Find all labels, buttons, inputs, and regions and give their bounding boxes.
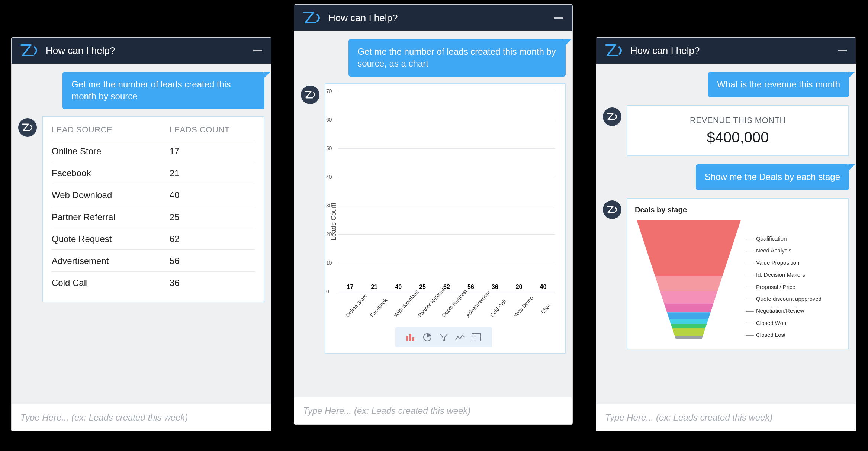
cell-count: 62 xyxy=(170,234,180,244)
cell-source: Web Download xyxy=(52,190,170,200)
message-input[interactable] xyxy=(303,406,563,416)
zia-logo-icon xyxy=(20,44,38,57)
table-row: Cold Call36 xyxy=(52,272,255,293)
input-area xyxy=(12,404,271,431)
message-input[interactable] xyxy=(605,412,847,423)
cell-source: Partner Referral xyxy=(52,212,170,222)
y-tick-label: 20 xyxy=(326,231,332,237)
bot-avatar-icon xyxy=(301,86,319,104)
panel-title: How can I help? xyxy=(46,45,246,57)
cell-source: Facebook xyxy=(52,168,170,178)
zia-logo-icon xyxy=(303,12,321,24)
panel-header: How can I help? xyxy=(596,38,856,64)
pie-chart-icon[interactable] xyxy=(421,331,434,344)
cell-count: 25 xyxy=(170,212,180,222)
funnel-title: Deals by stage xyxy=(635,206,841,214)
bot-avatar-icon xyxy=(18,118,37,137)
funnel-card: Deals by stage QualificationNeed Analysi… xyxy=(627,198,849,349)
cell-count: 21 xyxy=(170,168,180,178)
leads-table-card: LEAD SOURCE LEADS COUNT Online Store17Fa… xyxy=(42,116,264,302)
table-icon[interactable] xyxy=(470,331,483,344)
chat-panel-1: How can I help? Get me the number of lea… xyxy=(11,37,271,431)
svg-rect-0 xyxy=(406,336,408,341)
panel-title: How can I help? xyxy=(328,12,547,24)
funnel-chart: QualificationNeed AnalysisValue Proposit… xyxy=(635,218,841,341)
y-tick-label: 0 xyxy=(326,289,329,294)
user-message-row: Get me the number of leads created this … xyxy=(301,39,566,77)
bar-value-label: 40 xyxy=(540,284,547,290)
funnel-legend-item: Proposal / Price xyxy=(746,284,822,290)
funnel-segment xyxy=(660,291,717,303)
funnel-segment xyxy=(671,324,707,328)
minimize-button[interactable] xyxy=(554,17,563,19)
funnel-legend: QualificationNeed AnalysisValue Proposit… xyxy=(746,218,822,341)
funnel-legend-item: Closed Lost xyxy=(746,332,822,338)
user-message-row: Get me the number of leads created this … xyxy=(18,72,264,109)
funnel-segment xyxy=(675,336,703,339)
bar-value-label: 25 xyxy=(419,284,426,290)
funnel-legend-item: Closed Won xyxy=(746,320,822,326)
minimize-button[interactable] xyxy=(838,50,847,51)
bar-value-label: 40 xyxy=(395,284,402,290)
y-tick-label: 40 xyxy=(326,174,332,180)
funnel-chart-icon[interactable] xyxy=(437,331,450,344)
col-lead-source: LEAD SOURCE xyxy=(52,125,170,135)
y-tick-label: 70 xyxy=(326,88,332,94)
funnel-svg xyxy=(635,218,743,341)
bot-response-row: Leads Count 0102030405060701721402562563… xyxy=(301,83,566,354)
bot-avatar-icon xyxy=(603,200,621,219)
y-tick-label: 10 xyxy=(326,260,332,266)
funnel-segment xyxy=(669,319,708,324)
funnel-segment xyxy=(637,220,741,276)
y-tick-label: 60 xyxy=(326,117,332,123)
bar: 21 xyxy=(364,284,384,292)
panel-title: How can I help? xyxy=(630,45,830,57)
message-input[interactable] xyxy=(20,412,262,423)
revenue-value: $400,000 xyxy=(631,129,845,146)
cell-count: 36 xyxy=(170,278,180,288)
user-message-row: Show me the Deals by each stage xyxy=(603,164,849,190)
funnel-legend-item: Id. Decision Makers xyxy=(746,272,822,278)
funnel-segment xyxy=(664,303,714,312)
bar-value-label: 36 xyxy=(492,284,498,290)
revenue-card: REVENUE THIS MONTH $400,000 xyxy=(627,105,849,156)
bar: 40 xyxy=(388,284,408,292)
table-row: Advertisement56 xyxy=(52,250,255,272)
user-message: Get me the number of leads created this … xyxy=(348,39,566,77)
funnel-segment xyxy=(667,312,710,319)
funnel-legend-item: Need Analysis xyxy=(746,248,822,254)
cell-count: 56 xyxy=(170,256,180,266)
table-row: Web Download40 xyxy=(52,184,255,206)
minimize-button[interactable] xyxy=(253,50,262,51)
line-chart-icon[interactable] xyxy=(453,331,467,344)
bot-avatar-icon xyxy=(603,107,621,126)
col-leads-count: LEADS COUNT xyxy=(170,125,230,135)
bar: 17 xyxy=(340,284,360,292)
bot-response-row: LEAD SOURCE LEADS COUNT Online Store17Fa… xyxy=(18,116,264,302)
bar-value-label: 21 xyxy=(371,284,377,290)
y-tick-label: 30 xyxy=(326,203,332,209)
chat-panel-3: How can I help? What is the revenue this… xyxy=(596,37,856,431)
cell-count: 40 xyxy=(170,190,180,200)
funnel-legend-item: Qualification xyxy=(746,236,822,242)
panel-body: Get me the number of leads created this … xyxy=(12,64,271,404)
bot-response-row: Deals by stage QualificationNeed Analysi… xyxy=(603,198,849,349)
funnel-legend-item: Negotiation/Review xyxy=(746,308,822,314)
user-message: What is the revenue this month xyxy=(708,72,849,97)
input-area xyxy=(596,404,856,431)
bar-value-label: 17 xyxy=(347,284,354,290)
bar-chart-icon[interactable] xyxy=(404,331,418,344)
table-row: Online Store17 xyxy=(52,140,255,162)
user-message: Get me the number of leads created this … xyxy=(62,72,264,109)
user-message: Show me the Deals by each stage xyxy=(696,164,849,190)
bar: 20 xyxy=(509,284,529,292)
bar-value-label: 56 xyxy=(467,284,474,290)
user-message-row: What is the revenue this month xyxy=(603,72,849,97)
revenue-label: REVENUE THIS MONTH xyxy=(631,116,845,125)
table-row: Facebook21 xyxy=(52,162,255,184)
bar-value-label: 20 xyxy=(516,284,523,290)
cell-count: 17 xyxy=(170,146,180,157)
funnel-segment xyxy=(672,328,705,336)
bar: 40 xyxy=(533,284,553,292)
cell-source: Advertisement xyxy=(52,256,170,266)
